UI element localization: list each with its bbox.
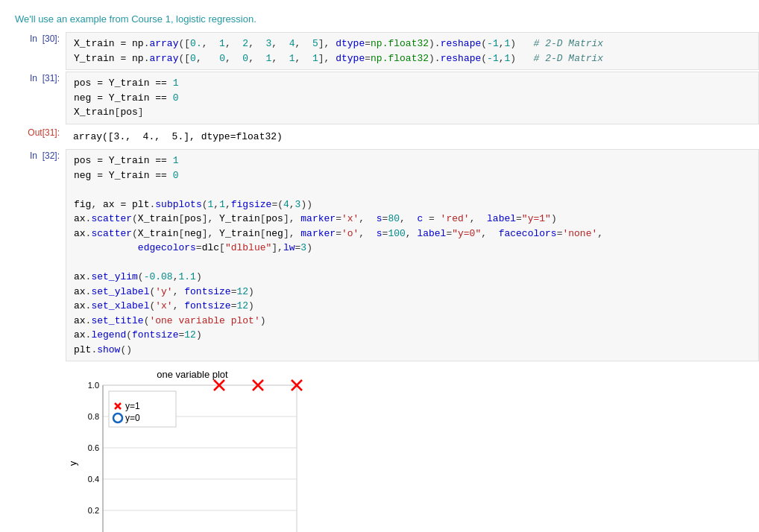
out-31-row: Out[31]: array([3., 4., 5.], dtype=float… [0, 126, 759, 148]
intro-text: We'll use an example from Course 1, logi… [0, 7, 759, 32]
out-31-content: array([3., 4., 5.], dtype=float32) [66, 126, 759, 148]
cell-30: In [30]: X_train = np.array([0., 1, 2, 3… [0, 32, 759, 70]
cell-32-content[interactable]: pos = Y_train == 1 neg = Y_train == 0 fi… [66, 149, 759, 361]
ytick-label-02: 0.2 [88, 506, 99, 515]
cell-30-content[interactable]: X_train = np.array([0., 1, 2, 3, 4, 5], … [66, 32, 759, 70]
cell-31-label: In [31]: [0, 72, 66, 124]
page-container: We'll use an example from Course 1, logi… [0, 0, 759, 532]
cell-30-label: In [30]: [0, 32, 66, 70]
chart-wrapper: one variable plot [66, 363, 319, 532]
y-axis-label: y [67, 460, 78, 466]
cell-31-content[interactable]: pos = Y_train == 1 neg = Y_train == 0 X_… [66, 72, 759, 124]
chart-svg: one variable plot [66, 363, 319, 532]
out-31-label: Out[31]: [0, 126, 66, 148]
legend-y1-label: y=1 [125, 401, 140, 411]
chart-title: one variable plot [157, 369, 228, 380]
chart-area: one variable plot [0, 363, 759, 532]
ytick-label-08: 0.8 [88, 412, 99, 421]
cell-31: In [31]: pos = Y_train == 1 neg = Y_trai… [0, 72, 759, 124]
ytick-label-10: 1.0 [88, 381, 99, 390]
cell-32: In [32]: pos = Y_train == 1 neg = Y_trai… [0, 149, 759, 361]
ytick-label-06: 0.6 [88, 443, 99, 452]
cell-32-label: In [32]: [0, 149, 66, 361]
legend-y0-label: y=0 [125, 413, 140, 423]
ytick-label-04: 0.4 [88, 475, 99, 484]
